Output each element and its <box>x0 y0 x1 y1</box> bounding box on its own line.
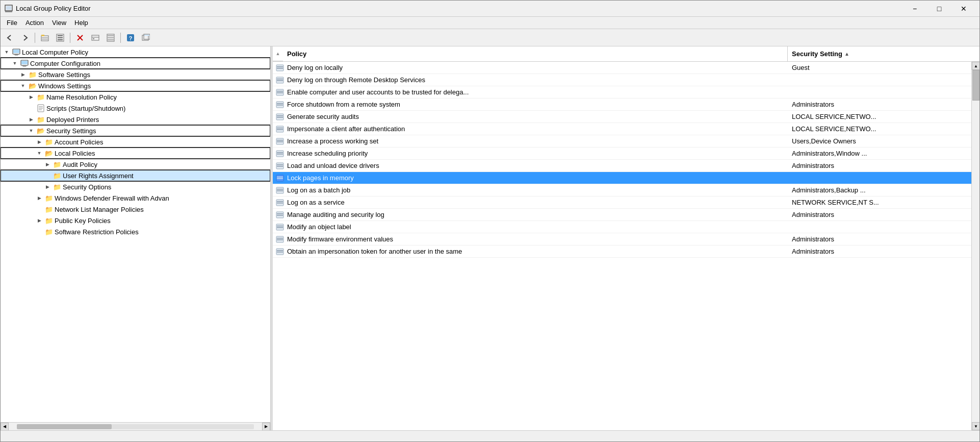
software-restriction-label: Software Restriction Policies <box>55 228 139 236</box>
expand-software-settings[interactable]: ▶ <box>19 70 27 79</box>
expand-security-settings[interactable]: ▼ <box>27 127 35 135</box>
folder-icon-wf: 📁 <box>45 194 53 202</box>
expand-windows-settings[interactable]: ▼ <box>19 82 27 90</box>
policy-item-icon <box>275 161 285 171</box>
minimize-button[interactable]: − <box>903 2 926 16</box>
policy-item-icon <box>275 75 285 85</box>
expand-computer-config[interactable]: ▼ <box>11 59 19 67</box>
policy-row[interactable]: Deny log on through Remote Desktop Servi… <box>273 74 971 86</box>
tree-item-security-settings[interactable]: ▼ 📂 Security Settings <box>1 125 270 136</box>
tree-item-windows-settings[interactable]: ▼ 📂 Windows Settings <box>1 80 270 91</box>
expand-public-key[interactable]: ▶ <box>35 216 43 225</box>
svg-rect-26 <box>13 50 19 53</box>
svg-rect-62 <box>277 164 283 165</box>
vscroll-track[interactable] <box>972 70 979 422</box>
properties-button[interactable] <box>53 31 67 45</box>
maximize-button[interactable]: □ <box>927 2 951 16</box>
public-key-label: Public Key Policies <box>55 217 111 225</box>
col-policy-label: Policy <box>287 50 306 58</box>
export-button[interactable] <box>88 31 102 45</box>
vscroll-down-btn[interactable]: ▼ <box>972 422 979 430</box>
tree-item-wf-adv[interactable]: ▶ 📁 Windows Defender Firewall with Advan <box>1 192 270 204</box>
svg-rect-56 <box>277 140 283 141</box>
policy-list[interactable]: Deny log on locallyGuest Deny log on thr… <box>273 62 971 430</box>
policy-item-name: Modify firmware environment values <box>287 235 393 243</box>
policy-item-icon <box>275 124 285 134</box>
col-policy-header[interactable]: Policy <box>283 46 788 61</box>
policy-item-icon <box>275 210 285 220</box>
back-button[interactable] <box>3 31 17 45</box>
tree-item-root[interactable]: ▼ Local Computer Policy <box>1 46 270 58</box>
tree-item-public-key[interactable]: ▶ 📁 Public Key Policies <box>1 215 270 226</box>
wf-adv-label: Windows Defender Firewall with Advan <box>55 194 169 202</box>
policy-row[interactable]: Increase scheduling priorityAdministrato… <box>273 148 971 160</box>
vscroll-up-btn[interactable]: ▲ <box>972 62 979 70</box>
tree-item-name-resolution[interactable]: ▶ 📁 Name Resolution Policy <box>1 91 270 103</box>
tree-item-deployed-printers[interactable]: ▶ 📁 Deployed Printers <box>1 114 270 125</box>
hscroll-right-btn[interactable]: ▶ <box>262 423 270 431</box>
policy-row[interactable]: Obtain an impersonation token for anothe… <box>273 245 971 258</box>
svg-rect-41 <box>277 79 283 80</box>
svg-rect-72 <box>277 203 283 204</box>
header-scroll-spacer <box>971 46 979 61</box>
tree-scroll[interactable]: ▼ Local Computer Policy ▼ <box>1 46 270 422</box>
expand-wf-adv[interactable]: ▶ <box>35 194 43 202</box>
policy-item-name: Force shutdown from a remote system <box>287 101 400 108</box>
policy-item-name: Load and unload device drivers <box>287 162 379 169</box>
policy-row[interactable]: Force shutdown from a remote systemAdmin… <box>273 99 971 111</box>
delete-button[interactable] <box>73 31 87 45</box>
col-security-header[interactable]: Security Setting ▲ <box>788 46 971 61</box>
folder-icon-audit: 📁 <box>53 160 61 168</box>
policy-row[interactable]: Lock pages in memory <box>273 172 971 184</box>
policy-row[interactable]: Impersonate a client after authenticatio… <box>273 123 971 135</box>
tree-item-scripts[interactable]: ▶ Scripts (Startup/Shutdown) <box>1 103 270 114</box>
policy-item-name: Log on as a batch job <box>287 186 350 194</box>
forward-button[interactable] <box>18 31 32 45</box>
policy-row[interactable]: Log on as a serviceNETWORK SERVICE,NT S.… <box>273 197 971 209</box>
help-button[interactable]: ? <box>123 31 138 45</box>
tree-item-local-policies[interactable]: ▼ 📂 Local Policies <box>1 148 270 159</box>
tree-item-computer-config[interactable]: ▼ Computer Configuration <box>1 58 270 69</box>
menu-action[interactable]: Action <box>21 18 48 28</box>
policy-row[interactable]: Generate security auditsLOCAL SERVICE,NE… <box>273 111 971 123</box>
tree-item-account-policies[interactable]: ▶ 📁 Account Policies <box>1 136 270 148</box>
menu-file[interactable]: File <box>3 18 21 28</box>
expand-local-policies[interactable]: ▼ <box>35 149 43 157</box>
policy-row[interactable]: Enable computer and user accounts to be … <box>273 86 971 99</box>
close-button[interactable]: ✕ <box>952 2 975 16</box>
expand-deployed-printers[interactable]: ▶ <box>27 115 35 124</box>
deployed-printers-label: Deployed Printers <box>46 116 99 124</box>
expand-name-resolution[interactable]: ▶ <box>27 93 35 101</box>
expand-account-policies[interactable]: ▶ <box>35 138 43 146</box>
hscroll-track[interactable] <box>17 424 254 429</box>
menu-view[interactable]: View <box>48 18 70 28</box>
policy-row[interactable]: Manage auditing and security logAdminist… <box>273 209 971 221</box>
browse-button[interactable] <box>38 31 52 45</box>
svg-rect-18 <box>108 37 114 38</box>
policy-row[interactable]: Log on as a batch jobAdministrators,Back… <box>273 184 971 197</box>
tree-item-security-options[interactable]: ▶ 📁 Security Options <box>1 181 270 192</box>
tree-item-user-rights[interactable]: ▶ 📁 User Rights Assignment <box>1 170 270 181</box>
expand-security-options[interactable]: ▶ <box>43 183 51 191</box>
expand-root[interactable]: ▼ <box>3 48 11 56</box>
tree-item-audit-policy[interactable]: ▶ 📁 Audit Policy <box>1 159 270 170</box>
folder-icon-user-rights: 📁 <box>53 171 61 180</box>
user-rights-label: User Rights Assignment <box>63 172 134 180</box>
tree-item-network-list[interactable]: ▶ 📁 Network List Manager Policies <box>1 204 270 215</box>
hscroll-left-btn[interactable]: ◀ <box>1 423 9 431</box>
new-window-button[interactable] <box>139 31 153 45</box>
policy-row[interactable]: Increase a process working setUsers,Devi… <box>273 135 971 148</box>
policy-row[interactable]: Deny log on locallyGuest <box>273 62 971 74</box>
import-button[interactable] <box>104 31 118 45</box>
folder-icon-network: 📁 <box>45 205 53 213</box>
expand-audit-policy[interactable]: ▶ <box>43 160 51 168</box>
menu-help[interactable]: Help <box>70 18 92 28</box>
tree-item-software-settings[interactable]: ▶ 📁 Software Settings <box>1 69 270 80</box>
svg-rect-75 <box>277 215 283 216</box>
audit-policy-label: Audit Policy <box>63 161 97 168</box>
tree-item-software-restriction[interactable]: ▶ 📁 Software Restriction Policies <box>1 226 270 237</box>
policy-row[interactable]: Load and unload device driversAdministra… <box>273 160 971 172</box>
policy-row[interactable]: Modify firmware environment valuesAdmini… <box>273 233 971 245</box>
window-controls: − □ ✕ <box>903 2 975 16</box>
policy-row[interactable]: Modify an object label <box>273 221 971 233</box>
